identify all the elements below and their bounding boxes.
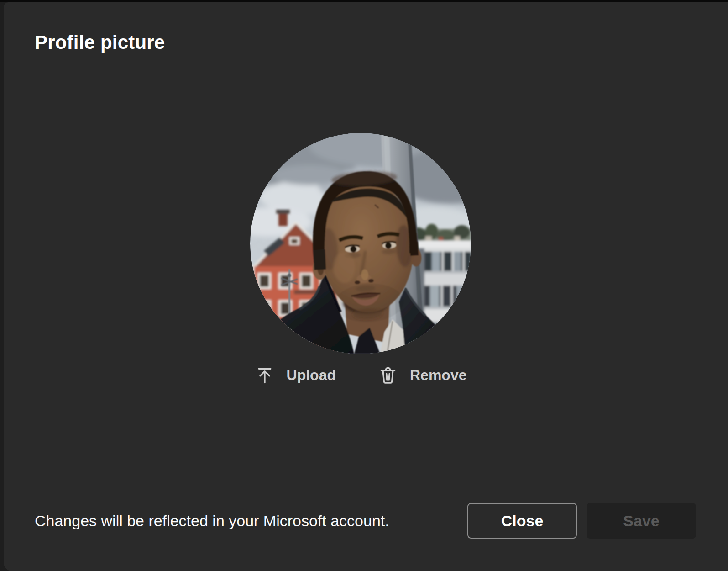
remove-label: Remove bbox=[410, 368, 467, 382]
close-button[interactable]: Close bbox=[467, 503, 577, 539]
dialog-title: Profile picture bbox=[35, 32, 165, 53]
save-button[interactable]: Save bbox=[587, 503, 696, 539]
upload-label: Upload bbox=[287, 368, 336, 382]
profile-photo bbox=[250, 133, 471, 354]
profile-photo-image bbox=[250, 133, 471, 354]
upload-button[interactable]: Upload bbox=[254, 363, 337, 387]
footer-note: Changes will be reflected in your Micros… bbox=[35, 512, 467, 530]
remove-button[interactable]: Remove bbox=[377, 363, 468, 387]
page: { "dialog": { "title": "Profile picture"… bbox=[0, 0, 728, 571]
upload-arrow-icon bbox=[255, 365, 275, 385]
trash-icon bbox=[378, 365, 398, 385]
photo-actions: Upload Remove bbox=[250, 363, 471, 387]
profile-picture-dialog: Profile picture bbox=[4, 2, 728, 571]
dialog-footer: Changes will be reflected in your Micros… bbox=[35, 503, 696, 539]
